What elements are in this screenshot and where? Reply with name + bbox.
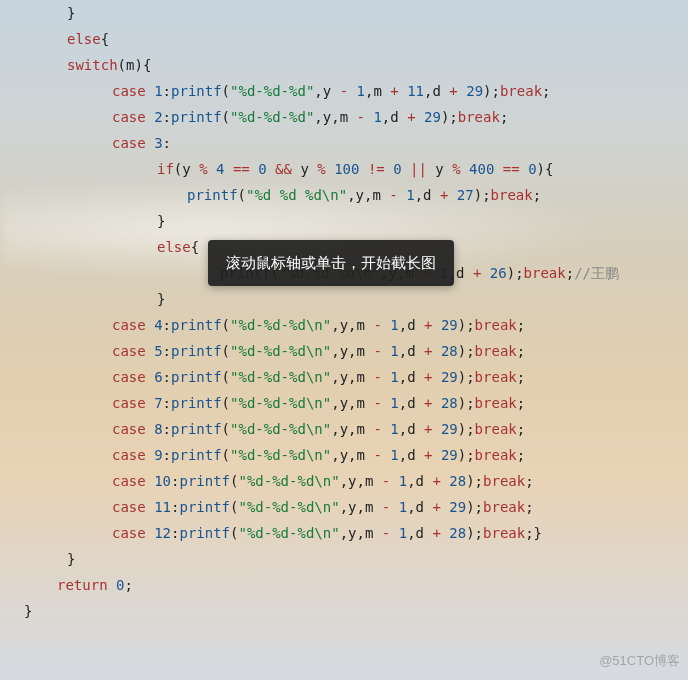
code-line: printf("%d %d %d\n",y,m - 1,d + 27);brea… xyxy=(12,182,688,208)
code-line: case 6:printf("%d-%d-%d\n",y,m - 1,d + 2… xyxy=(12,364,688,390)
screenshot-tooltip[interactable]: 滚动鼠标轴或单击，开始截长图 xyxy=(208,240,454,286)
comment: //王鹏 xyxy=(574,265,619,281)
code-line: case 4:printf("%d-%d-%d\n",y,m - 1,d + 2… xyxy=(12,312,688,338)
code-block: } else{ switch(m){ case 1:printf("%d-%d-… xyxy=(0,0,688,624)
code-line: switch(m){ xyxy=(12,52,688,78)
code-line: } xyxy=(12,598,688,624)
code-line: } xyxy=(12,286,688,312)
keyword-return: return xyxy=(57,577,108,593)
code-line: else{ xyxy=(12,26,688,52)
code-line: case 1:printf("%d-%d-%d",y - 1,m + 11,d … xyxy=(12,78,688,104)
code-line: case 9:printf("%d-%d-%d\n",y,m - 1,d + 2… xyxy=(12,442,688,468)
code-line: case 2:printf("%d-%d-%d",y,m - 1,d + 29)… xyxy=(12,104,688,130)
code-line: case 3: xyxy=(12,130,688,156)
code-line: case 7:printf("%d-%d-%d\n",y,m - 1,d + 2… xyxy=(12,390,688,416)
code-line: if(y % 4 == 0 && y % 100 != 0 || y % 400… xyxy=(12,156,688,182)
code-line: case 10:printf("%d-%d-%d\n",y,m - 1,d + … xyxy=(12,468,688,494)
code-line: } xyxy=(12,208,688,234)
code-line: } xyxy=(12,546,688,572)
keyword-else: else xyxy=(67,31,101,47)
code-line: case 8:printf("%d-%d-%d\n",y,m - 1,d + 2… xyxy=(12,416,688,442)
code-line: case 11:printf("%d-%d-%d\n",y,m - 1,d + … xyxy=(12,494,688,520)
keyword-switch: switch xyxy=(67,57,118,73)
code-line: case 12:printf("%d-%d-%d\n",y,m - 1,d + … xyxy=(12,520,688,546)
code-line: return 0; xyxy=(12,572,688,598)
code-line: case 5:printf("%d-%d-%d\n",y,m - 1,d + 2… xyxy=(12,338,688,364)
code-line: } xyxy=(12,0,688,26)
watermark: @51CTO博客 xyxy=(599,648,680,674)
